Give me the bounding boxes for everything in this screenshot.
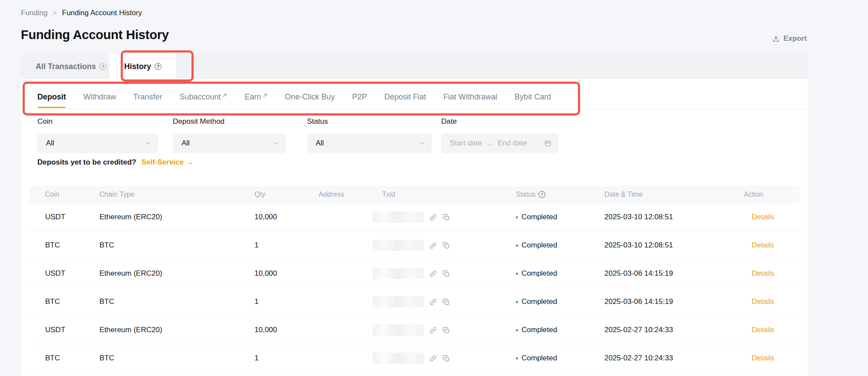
chevron-down-icon (273, 140, 279, 146)
status-select[interactable]: All (307, 133, 432, 153)
details-link[interactable]: Details (752, 269, 774, 277)
table-header-row: Coin Chain Type Qty Address Txid Status … (29, 186, 799, 203)
table-row: BTC BTC 1 Completed 2025-02-2 (29, 344, 799, 373)
col-header-txid: Txid (382, 191, 516, 198)
status-text: Completed (521, 354, 557, 363)
chevron-down-icon (145, 140, 151, 146)
txid-explorer-link-icon[interactable] (429, 214, 437, 221)
cell-txid (382, 211, 516, 223)
table-row: BTC BTC 1 Completed 2025-03-1 (29, 231, 799, 260)
subtab-bybit-card[interactable]: Bybit Card (515, 92, 551, 102)
cell-chain-type: Ethereum (ERC20) (99, 213, 254, 221)
subtab-earn[interactable]: Earn↗ (244, 92, 267, 102)
subtab-p2p[interactable]: P2P (352, 92, 367, 102)
subtab-one-click-buy-label: One-Click Buy (285, 92, 335, 102)
end-date-input[interactable]: End date (498, 139, 527, 148)
subtab-subaccount[interactable]: Subaccount↗ (179, 92, 227, 102)
cell-qty: 1 (254, 241, 319, 250)
status-text: Completed (521, 326, 557, 334)
details-link[interactable]: Details (752, 297, 774, 306)
cell-chain-type: Ethereum (ERC20) (99, 326, 254, 334)
deposit-method-select[interactable]: All (173, 133, 286, 153)
cell-status: Completed (516, 213, 604, 221)
txid-copy-icon[interactable] (442, 355, 450, 362)
chevron-down-icon (419, 140, 425, 146)
details-link[interactable]: Details (752, 241, 774, 249)
date-range-picker[interactable]: Start date → End date (441, 133, 558, 153)
cell-qty: 10,000 (254, 213, 319, 221)
status-info-icon[interactable]: ! (538, 191, 545, 198)
status-text: Completed (521, 213, 557, 221)
cell-datetime: 2025-02-27 10:24:33 (604, 354, 744, 363)
table-row: BTC BTC 1 Completed 2025-03-0 (29, 288, 799, 316)
col-header-status: Status (516, 191, 535, 198)
content-card: All Transactions ? History ? Deposit Wit… (21, 54, 808, 376)
page-title: Funding Account History (21, 28, 169, 42)
col-header-chain-type: Chain Type (99, 191, 254, 198)
txid-copy-icon[interactable] (442, 242, 450, 249)
table-row: USDT Ethereum (ERC20) 10,000 Completed (29, 316, 799, 344)
details-link[interactable]: Details (752, 354, 774, 362)
subtab-deposit-fiat[interactable]: Deposit Fiat (384, 92, 426, 102)
status-text: Completed (521, 297, 557, 306)
txid-copy-icon[interactable] (442, 298, 450, 306)
history-help-icon[interactable]: ? (155, 63, 162, 70)
tab-history-label: History (124, 62, 151, 71)
details-link[interactable]: Details (752, 213, 774, 221)
calendar-icon[interactable] (544, 140, 551, 147)
status-text: Completed (521, 269, 557, 278)
cell-chain-type: BTC (99, 354, 254, 363)
cell-txid (382, 296, 516, 307)
status-dot-icon (516, 329, 518, 331)
subtab-deposit[interactable]: Deposit (37, 92, 66, 102)
txid-copy-icon[interactable] (442, 270, 450, 277)
deposit-method-filter-label: Deposit Method (173, 117, 286, 126)
subtab-transfer[interactable]: Transfer (133, 92, 162, 102)
date-range-arrow-icon: → (486, 139, 493, 147)
start-date-input[interactable]: Start date (450, 139, 482, 148)
status-select-value: All (316, 139, 419, 148)
txid-explorer-link-icon[interactable] (429, 327, 437, 334)
cell-txid (382, 268, 516, 279)
status-filter-label: Status (307, 117, 432, 126)
cell-status: Completed (516, 241, 604, 250)
subtab-withdraw-label: Withdraw (83, 92, 116, 102)
cell-status: Completed (516, 269, 604, 278)
txid-explorer-link-icon[interactable] (429, 355, 437, 362)
subtab-earn-label: Earn (244, 92, 261, 102)
cell-coin: USDT (45, 326, 99, 334)
subtab-subaccount-label: Subaccount (179, 92, 221, 102)
self-service-link[interactable]: Self-Service (142, 158, 184, 167)
col-header-action: Action (744, 191, 799, 198)
export-button[interactable]: Export (772, 34, 807, 43)
tab-history[interactable]: History ? (109, 54, 176, 79)
coin-filter-label: Coin (37, 117, 158, 126)
funding-history-page: Funding > Funding Account History Fundin… (0, 0, 868, 376)
col-header-qty: Qty (254, 191, 319, 198)
subtab-deposit-label: Deposit (37, 92, 66, 102)
cell-datetime: 2025-02-27 10:24:33 (604, 326, 744, 334)
cell-status: Completed (516, 297, 604, 306)
subtab-withdraw[interactable]: Withdraw (83, 92, 116, 102)
subtab-fiat-withdrawal[interactable]: Fiat Withdrawal (443, 92, 497, 102)
all-transactions-help-icon[interactable]: ? (99, 63, 106, 70)
txid-copy-icon[interactable] (442, 327, 450, 334)
cell-chain-type: BTC (99, 297, 254, 306)
tab-all-transactions[interactable]: All Transactions ? (21, 54, 109, 79)
txid-redacted-blur (373, 211, 424, 223)
cell-coin: BTC (45, 354, 99, 363)
export-download-icon (772, 35, 780, 43)
details-link[interactable]: Details (752, 326, 774, 334)
cell-datetime: 2025-03-06 14:15:19 (604, 297, 744, 306)
col-header-datetime: Date & Time (604, 191, 744, 198)
txid-explorer-link-icon[interactable] (429, 298, 437, 306)
coin-select[interactable]: All (37, 133, 158, 153)
deposit-method-select-value: All (182, 139, 273, 148)
self-service-arrow-icon[interactable]: → (186, 158, 194, 167)
subtab-one-click-buy[interactable]: One-Click Buy (285, 92, 335, 102)
txid-copy-icon[interactable] (442, 214, 450, 221)
breadcrumb-funding-link[interactable]: Funding (21, 9, 47, 17)
tab-all-transactions-label: All Transactions (36, 62, 96, 71)
txid-explorer-link-icon[interactable] (429, 270, 437, 277)
txid-explorer-link-icon[interactable] (429, 242, 437, 249)
